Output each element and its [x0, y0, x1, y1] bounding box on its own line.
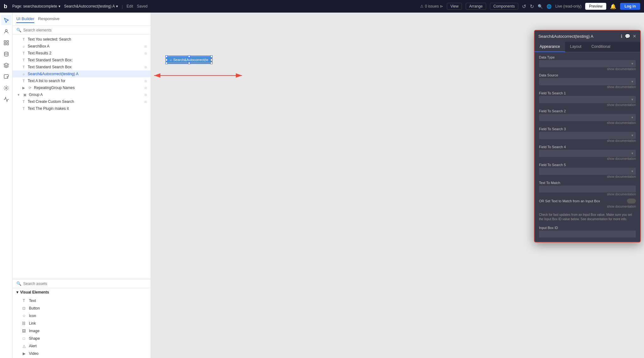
search-icon[interactable]: 🔍 — [538, 4, 543, 9]
field-to-search-5-dropdown[interactable]: ▾ — [539, 168, 636, 175]
field-to-search-2-docs[interactable]: show documentation — [539, 121, 636, 125]
issues-count: 0 issues — [425, 4, 439, 8]
tree-suffix: ⊞ — [144, 86, 147, 90]
asset-item-icon[interactable]: ☆ Icon — [13, 312, 151, 320]
asset-label: Icon — [29, 314, 36, 318]
svg-point-6 — [5, 87, 7, 89]
undo-icon[interactable]: ↺ — [522, 3, 526, 9]
tree-item-text-selected[interactable]: T Text You selected: Search — [13, 36, 151, 43]
text-icon: T — [21, 107, 26, 110]
visual-elements-header[interactable]: ▾ Visual Elements — [13, 288, 151, 296]
asset-item-link[interactable]: ⛓ Link — [13, 320, 151, 327]
sidebar-item-api[interactable] — [1, 60, 11, 70]
field-to-search-3-docs[interactable]: show documentation — [539, 139, 636, 143]
redo-icon[interactable]: ↻ — [530, 3, 534, 9]
field-to-search-4-dropdown[interactable]: ▾ — [539, 150, 636, 157]
tree-item-text-plugin[interactable]: T Text The Plugin makes it — [13, 105, 151, 112]
close-icon[interactable]: ✕ — [633, 34, 636, 39]
data-type-docs[interactable]: show documentation — [539, 67, 636, 71]
svg-rect-2 — [7, 41, 8, 42]
tree-item-label: Text Standard Search Box — [28, 65, 142, 69]
page-label: Page: searchautocomplete — [12, 4, 57, 8]
page-selector[interactable]: Page: searchautocomplete ▾ — [12, 4, 60, 8]
field-to-search-4: Field To Search 4 ▾ show documentation — [539, 145, 636, 160]
field-to-search-5-docs[interactable]: show documentation — [539, 175, 636, 178]
or-set-text-docs[interactable]: show documentation — [539, 205, 636, 208]
tree-item-repeating-group[interactable]: ▶ ⟳ RepeatingGroup Names ⊞ — [13, 84, 151, 91]
tab-responsive[interactable]: Responsive — [38, 15, 59, 23]
field-to-search-1: Field To Search 1 ▾ show documentation — [539, 91, 636, 107]
group-icon: ▣ — [23, 93, 27, 97]
asset-item-image[interactable]: 🖼 Image — [13, 327, 151, 335]
components-button[interactable]: Components — [490, 3, 518, 10]
text-to-match-docs[interactable]: show documentation — [539, 193, 636, 196]
tree-item-label: SearchBox A — [28, 44, 142, 48]
tree-item-text-create[interactable]: T Text Create Custom Search ⊞ — [13, 98, 151, 105]
selection-box[interactable]: ⌕ Search&Autocorrect(te — [167, 57, 211, 63]
tab-appearance[interactable]: Appearance — [535, 42, 565, 52]
view-button[interactable]: View — [447, 3, 462, 10]
tree-suffix: ⊞ — [144, 45, 147, 48]
field-to-search-1-dropdown[interactable]: ▾ — [539, 96, 636, 103]
asset-item-text[interactable]: T Text — [13, 297, 151, 305]
preview-button[interactable]: Preview — [585, 3, 606, 10]
info-icon[interactable]: ℹ — [621, 34, 622, 39]
search-elements-input[interactable] — [23, 28, 147, 32]
asset-label: Image — [29, 329, 39, 333]
tree-item-text-list[interactable]: T Text A list to search for ⊞ — [13, 77, 151, 84]
canvas-search-element[interactable]: ⌕ Search&Autocorrect(te — [167, 57, 211, 63]
text-asset-icon: T — [21, 299, 26, 303]
tree-item-text-standard[interactable]: T Text Standard Search Box ⊞ — [13, 64, 151, 70]
icon-sidebar — [0, 13, 13, 358]
search-autocorrect-icon: ⌕ — [21, 72, 26, 76]
issues-indicator[interactable]: ⚠ 0 issues ⊳ — [420, 4, 443, 8]
tree-item-search-autocorrect[interactable]: ⌕ Search&Autocorrect(testing) A — [13, 70, 151, 77]
or-set-text-toggle[interactable] — [627, 199, 636, 204]
assets-panel: 🔍 ▾ Visual Elements T Text ⊡ Button ☆ Ic… — [13, 279, 151, 358]
sidebar-item-database[interactable] — [1, 49, 11, 59]
sidebar-item-cursor[interactable] — [1, 15, 11, 25]
field-to-search-3-dropdown[interactable]: ▾ — [539, 132, 636, 139]
tree-item-label: Search&Autocorrect(testing) A — [28, 72, 147, 76]
input-box-id-input[interactable] — [539, 231, 636, 238]
sidebar-item-grid[interactable] — [1, 38, 11, 48]
asset-item-alert[interactable]: △ Alert — [13, 342, 151, 350]
asset-item-button[interactable]: ⊡ Button — [13, 305, 151, 312]
text-to-match-input[interactable] — [539, 186, 636, 193]
tree-item-group-a[interactable]: ▾ ▣ Group A ⊞ — [13, 91, 151, 98]
tree-item-text-results[interactable]: T Text Results 2 ⊞ — [13, 50, 151, 57]
tab-ui-builder[interactable]: UI Builder — [16, 15, 34, 23]
sidebar-item-puzzle[interactable] — [1, 72, 11, 82]
component-selector[interactable]: Search&Autocorrect(testing) A ▾ — [64, 4, 118, 8]
live-label: Live (read-only) — [555, 4, 581, 8]
tab-layout[interactable]: Layout — [565, 42, 586, 52]
field-to-search-4-docs[interactable]: show documentation — [539, 157, 636, 160]
globe-icon[interactable]: 🌐 — [547, 4, 552, 9]
arrange-button[interactable]: Arrange — [466, 3, 486, 10]
data-source-dropdown[interactable]: ▾ — [539, 78, 636, 85]
field-to-search-1-docs[interactable]: show documentation — [539, 103, 636, 107]
sidebar-item-user[interactable] — [1, 26, 11, 36]
svg-rect-4 — [7, 43, 8, 45]
asset-item-video[interactable]: ▶ Video — [13, 350, 151, 357]
sidebar-item-chart[interactable] — [1, 94, 11, 104]
search-assets-input[interactable] — [23, 282, 147, 286]
search-elements-icon: 🔍 — [16, 28, 21, 32]
tree-item-searchbox-a[interactable]: ⌕ SearchBox A ⊞ — [13, 43, 151, 50]
sidebar-item-settings[interactable] — [1, 83, 11, 93]
tab-conditional[interactable]: Conditional — [586, 42, 615, 52]
login-button[interactable]: Log in — [620, 3, 640, 10]
component-dropdown-icon: ▾ — [116, 4, 118, 8]
dropdown-arrow-icon: ▾ — [631, 115, 633, 120]
dialog-header: Search&Autocorrect(testing) A ℹ 💬 ✕ — [535, 31, 640, 42]
expand-icon: ▶ — [21, 86, 26, 90]
data-type-dropdown[interactable]: ▾ — [539, 60, 636, 67]
asset-label: Alert — [29, 344, 37, 348]
asset-item-shape[interactable]: □ Shape — [13, 335, 151, 342]
data-source-docs[interactable]: show documentation — [539, 85, 636, 89]
tree-item-text-standard-label[interactable]: T Text Standard Search Box: — [13, 57, 151, 64]
field-to-search-2-dropdown[interactable]: ▾ — [539, 114, 636, 121]
comment-icon[interactable]: 💬 — [625, 34, 630, 39]
notification-icon[interactable]: 🔔 — [610, 3, 616, 9]
text-icon: T — [21, 51, 26, 55]
